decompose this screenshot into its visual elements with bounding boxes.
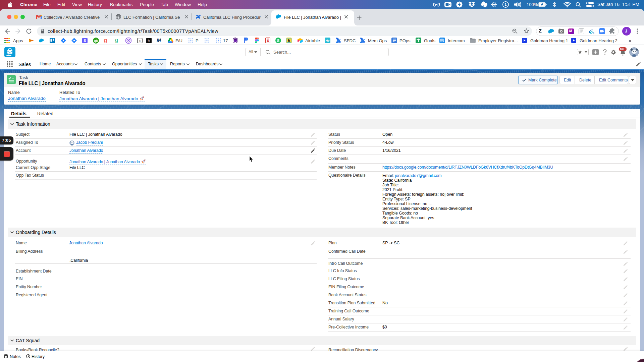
svg-text:Hy: Hy <box>325 39 330 42</box>
svg-text:E: E <box>267 39 269 42</box>
svg-text:S: S <box>277 39 279 43</box>
svg-text:E: E <box>288 39 290 42</box>
svg-text:c: c <box>139 39 141 42</box>
svg-text:1: 1 <box>505 2 507 6</box>
svg-text:fs: fs <box>148 39 150 43</box>
svg-text:qb: qb <box>94 39 98 43</box>
svg-text:S: S <box>84 39 86 43</box>
